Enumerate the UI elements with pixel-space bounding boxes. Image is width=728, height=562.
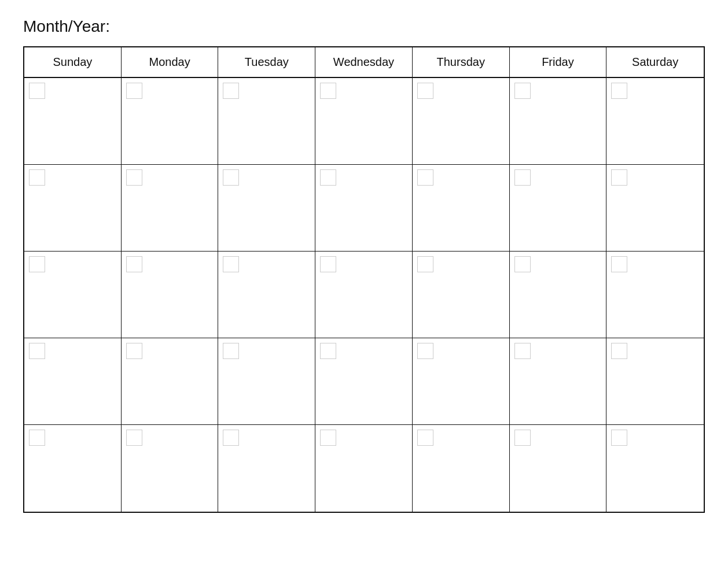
header-thursday: Thursday [413,47,510,77]
calendar-cell[interactable] [315,338,413,424]
calendar-cell[interactable] [413,252,510,338]
calendar-cell[interactable] [24,338,122,424]
calendar-cell[interactable] [218,252,315,338]
header-tuesday: Tuesday [218,47,315,77]
calendar-cell[interactable] [510,338,607,424]
calendar-cell[interactable] [24,425,122,512]
header-sunday: Sunday [24,47,122,77]
calendar-cell[interactable] [510,425,607,512]
calendar-cell[interactable] [24,252,122,338]
calendar-cell[interactable] [315,165,413,251]
calendar-cell[interactable] [24,165,122,251]
calendar-cell[interactable] [606,425,704,512]
calendar-cell[interactable] [510,78,607,164]
header-friday: Friday [510,47,607,77]
calendar-cell[interactable] [606,165,704,251]
header-monday: Monday [122,47,219,77]
calendar-container: Sunday Monday Tuesday Wednesday Thursday… [23,46,705,513]
calendar-cell[interactable] [218,78,315,164]
calendar-cell[interactable] [122,425,219,512]
calendar-cell[interactable] [122,252,219,338]
header-wednesday: Wednesday [315,47,413,77]
calendar-row-1 [24,78,704,165]
calendar-cell[interactable] [413,338,510,424]
calendar-cell[interactable] [218,165,315,251]
calendar-cell[interactable] [413,165,510,251]
calendar-cell[interactable] [24,78,122,164]
calendar-cell[interactable] [510,252,607,338]
calendar-header: Sunday Monday Tuesday Wednesday Thursday… [24,47,704,78]
calendar-cell[interactable] [315,78,413,164]
calendar-row-3 [24,252,704,338]
calendar-cell[interactable] [413,78,510,164]
calendar-cell[interactable] [122,78,219,164]
calendar-cell[interactable] [510,165,607,251]
calendar-cell[interactable] [606,78,704,164]
calendar-cell[interactable] [122,165,219,251]
calendar-cell[interactable] [315,252,413,338]
calendar-body [24,78,704,512]
calendar-cell[interactable] [218,425,315,512]
calendar-cell[interactable] [606,252,704,338]
page-title: Month/Year: [23,17,705,36]
calendar-cell[interactable] [413,425,510,512]
calendar-cell[interactable] [606,338,704,424]
calendar-row-5 [24,425,704,512]
calendar-cell[interactable] [218,338,315,424]
header-saturday: Saturday [606,47,704,77]
calendar-cell[interactable] [122,338,219,424]
calendar-row-4 [24,338,704,425]
calendar-row-2 [24,165,704,252]
calendar-cell[interactable] [315,425,413,512]
